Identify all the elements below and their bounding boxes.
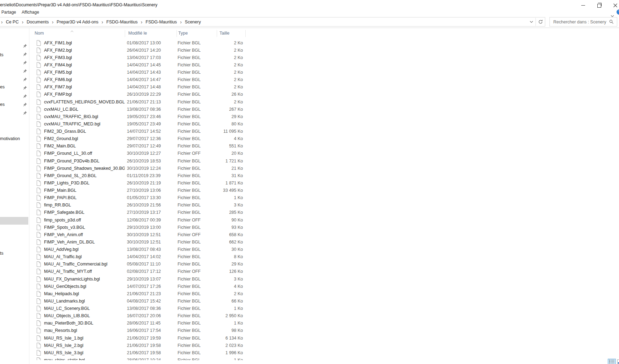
file-size-cell: 126 Ko [217,269,246,274]
table-row[interactable]: mau_Resorts.bgl16/06/2017 17:54Fichier B… [29,327,250,334]
table-row[interactable]: MAU_AddVeg.bgl13/08/2017 08:43Fichier BG… [29,246,250,253]
table-row[interactable]: MAU_Landmarks.bgl04/08/2017 15:42Fichier… [29,297,250,305]
sidebar-selected-item[interactable] [0,217,28,225]
file-name: fimp_RR.BGL [44,203,71,208]
table-row[interactable]: mau_PieterBoth_3D.BGL28/06/2017 11:45Fic… [29,320,250,327]
table-row[interactable]: FIMP_Ground_Shadows_tweaked_30.BGL30/10/… [29,165,250,172]
table-row[interactable]: AFX_FIM5.bgl14/04/2017 14:43Fichier BGL2… [29,69,250,76]
table-row[interactable]: FIMP_Veh_Anim.off30/10/2019 12:51Fichier… [29,231,250,238]
file-name: cvxFLATTENS_HELIPADS_MOVED.BGL [44,100,125,104]
table-row[interactable]: FIMP_Spots_v3.BGL29/10/2019 13:00Fichier… [29,224,250,231]
column-header-modifie-le[interactable]: Modifié le [128,31,147,36]
table-row[interactable]: fimp_spots_p3d.off12/08/2017 00:39Fichie… [29,216,250,224]
file-size-cell: 2 Ko [217,63,246,67]
file-name-cell: MAU_Objects_LIB.BGL [29,313,125,319]
table-row[interactable]: mau_ships_static.bgl28/06/2017 10:24Fich… [29,356,250,360]
table-row[interactable]: cvxFLATTENS_HELIPADS_MOVED.BGL21/06/2017… [29,98,250,105]
file-date-cell: 12/08/2017 00:39 [125,218,177,223]
file-date-cell: 01/11/2019 23:39 [125,173,177,178]
pin-icon[interactable] [23,85,27,89]
pin-icon[interactable] [23,60,27,64]
table-row[interactable]: AFX_FIM1.bgl01/08/2017 13:00Fichier BGL2… [29,39,250,46]
file-date-cell: 27/10/2019 13:17 [125,210,177,215]
table-row[interactable]: FIM2_Ground.bgl29/07/2017 12:36Fichier B… [29,135,250,143]
pin-icon[interactable] [23,43,27,47]
pin-icon[interactable] [23,68,27,72]
file-size-cell: 4 Ko [217,136,246,141]
breadcrumb-item[interactable]: Documents [23,20,52,24]
file-name-cell: mau_Resorts.bgl [29,328,125,333]
table-row[interactable]: AFX_FIM3.bgl13/04/2017 17:03Fichier BGL2… [29,54,250,61]
sidebar-item-label-fragment[interactable]: motivation [0,136,20,141]
breadcrumb-item[interactable]: FSDG-Mauritius [143,20,180,24]
table-row[interactable]: cvxMAU_TRAFFIC_BIG.bgl19/05/2017 23:46Fi… [29,113,250,120]
table-row[interactable]: FIMP_Ground_SL_20.BGL01/11/2019 23:39Fic… [29,172,250,179]
table-row[interactable]: FIM2_Main.BGL29/07/2017 12:49Fichier BGL… [29,143,250,150]
column-header-taille[interactable]: Taille [219,31,230,36]
table-row[interactable]: MAU_RS_Isle_1.bgl21/06/2017 19:59Fichier… [29,334,250,342]
table-row[interactable]: cvxMAU_LC.BGL13/08/2017 08:36Fichier BGL… [29,105,250,113]
search-input[interactable]: Rechercher dans : Scenery [549,17,617,27]
table-row[interactable]: FIMP_PAPI.BGL01/05/2017 13:30Fichier BGL… [29,194,250,202]
file-name-cell: cvxFLATTENS_HELIPADS_MOVED.BGL [29,99,125,105]
restore-icon [597,4,601,8]
column-header-type[interactable]: Type [178,31,188,36]
table-row[interactable]: FIMP_Lights_P3D.BGL26/10/2019 21:19Fichi… [29,179,250,187]
file-date-cell: 26/10/2019 22:29 [125,92,177,97]
file-name-cell: FIMP_Safegate.BGL [29,210,125,215]
file-type-cell: Fichier BGL [177,114,217,119]
table-row[interactable]: AFX_FIM4.bgl14/04/2017 14:45Fichier BGL2… [29,61,250,68]
ribbon-tab-affichage[interactable]: Affichage [22,10,39,15]
table-row[interactable]: MAU_GenObjects.bgl14/07/2017 17:26Fichie… [29,283,250,290]
file-name-cell: MAU_AI_Traffic.bgl [29,254,125,260]
table-row[interactable]: Mau_Helipads.bgl21/06/2017 21:23Fichier … [29,290,250,297]
pin-icon[interactable] [23,102,27,106]
table-row[interactable]: AFX_FIM7.bgl14/04/2017 14:48Fichier BGL2… [29,83,250,91]
pin-icon[interactable] [23,110,27,114]
refresh-icon[interactable] [538,20,543,24]
table-row[interactable]: MAU_Objects_LIB.BGL16/07/2017 20:06Fichi… [29,312,250,320]
thumbnails-view-button[interactable] [617,359,619,364]
sidebar-item-label-fragment[interactable]: es [0,85,5,89]
ribbon-tab-partage[interactable]: Partage [1,10,16,15]
file-name-cell: AFX_FIM5.bgl [29,70,125,75]
sidebar-item-label-fragment[interactable]: ts [0,52,3,57]
table-row[interactable]: MAU_RS_Isle_3.bgl21/06/2017 19:58Fichier… [29,349,250,356]
table-row[interactable]: FIMP_Veh_Anim_DL.BGL30/10/2019 12:51Fich… [29,238,250,246]
sidebar-item-label-fragment[interactable]: es [0,102,5,107]
table-row[interactable]: fimp_RR.BGL26/10/2019 21:56Fichier BGL3 … [29,202,250,209]
table-row[interactable]: MAU_LC_Scenery.BGL13/08/2017 08:36Fichie… [29,305,250,312]
table-row[interactable]: MAU_AI_Traffic_Commercial.bgl05/08/2017 … [29,261,250,268]
file-date-cell: 14/04/2017 14:45 [125,63,177,67]
table-row[interactable]: MAU_FX_DynamicLights.bgl29/10/2019 13:07… [29,275,250,283]
address-dropdown-chevron-icon[interactable] [530,21,533,23]
breadcrumb-item[interactable]: Prepar3D v4 Add-ons [53,20,102,24]
breadcrumb-item[interactable]: FSDG-Mauritius [103,20,141,24]
table-row[interactable]: cvxMAU_TRAFFIC_MED.bgl19/05/2017 23:49Fi… [29,120,250,128]
table-row[interactable]: MAU_AI_Traffic_MYT.off02/08/2017 17:12Fi… [29,268,250,275]
column-header-nom[interactable]: Nom [35,31,44,36]
table-row[interactable]: AFX_FIM6.bgl14/04/2017 14:47Fichier BGL2… [29,76,250,83]
pin-icon[interactable] [23,77,27,81]
table-row[interactable]: MAU_RS_Isle_2.bgl21/06/2017 19:58Fichier… [29,342,250,349]
pin-icon[interactable] [23,93,27,97]
breadcrumb-item[interactable]: Ce PC [3,20,22,24]
table-row[interactable]: FIMP_Ground_LL_30.off30/10/2019 12:27Fic… [29,150,250,157]
file-date-cell: 16/06/2017 17:54 [125,328,177,333]
breadcrumb-item[interactable]: Scenery [182,20,204,24]
table-row[interactable]: FIMP_Ground_P3Dv4b.BGL26/10/2019 18:53Fi… [29,157,250,165]
pin-icon[interactable] [23,51,27,56]
table-row[interactable]: MAU_AI_Traffic.bgl14/04/2017 14:02Fichie… [29,253,250,261]
file-date-cell: 21/06/2017 21:23 [125,291,177,296]
file-date-cell: 13/08/2017 08:43 [125,247,177,252]
file-size-cell: 29 Ko [217,262,246,267]
table-row[interactable]: FIMP_Main.BGL27/10/2019 13:06Fichier BGL… [29,187,250,194]
table-row[interactable]: FIMP_Safegate.BGL27/10/2019 13:17Fichier… [29,209,250,216]
table-row[interactable]: AFX_FIM2.bgl26/04/2017 14:20Fichier BGL2… [29,46,250,54]
file-icon [36,173,41,179]
details-view-button[interactable] [608,359,616,364]
address-bar[interactable]: › Ce PC›Documents›Prepar3D v4 Add-ons›FS… [0,17,545,27]
table-row[interactable]: FIM2_3D_Grass.BGL14/07/2017 14:52Fichier… [29,128,250,135]
sidebar-item-label-fragment[interactable]: ts [0,251,3,256]
table-row[interactable]: AFX_FIMP.bgl26/10/2019 22:29Fichier BGL2… [29,91,250,98]
